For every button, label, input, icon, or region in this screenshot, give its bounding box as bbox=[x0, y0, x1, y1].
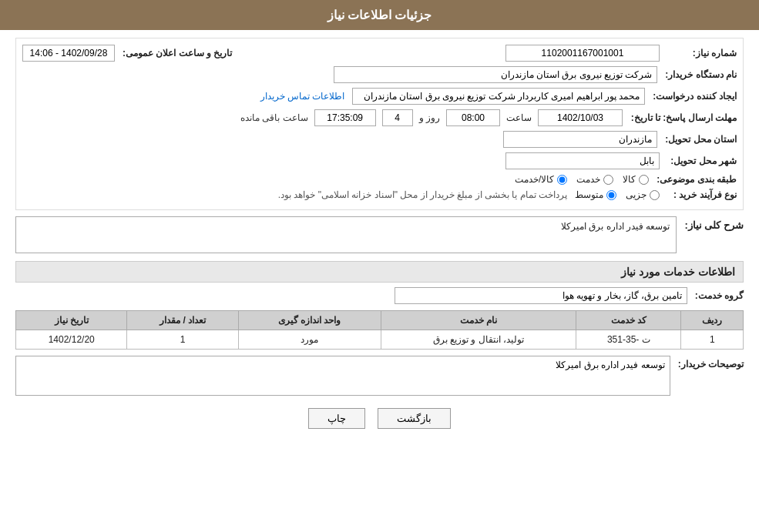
creator-label: ایجاد کننده درخواست: bbox=[653, 91, 737, 102]
deadline-time-input[interactable] bbox=[446, 109, 500, 126]
category-radio-kala[interactable] bbox=[639, 175, 649, 185]
city-label: شهر محل تحویل: bbox=[667, 156, 737, 166]
category-option-kala[interactable]: کالا bbox=[623, 174, 649, 185]
deadline-date-input[interactable] bbox=[538, 109, 623, 126]
category-option-khedmat[interactable]: خدمت bbox=[576, 174, 613, 185]
col-unit: واحد اندازه گیری bbox=[238, 311, 381, 330]
province-label: استان محل تحویل: bbox=[665, 134, 737, 145]
category-label: طبقه بندی موضوعی: bbox=[657, 174, 737, 185]
page-title: جزئیات اطلاعات نیاز bbox=[327, 8, 432, 22]
buyer-notes-textarea[interactable] bbox=[15, 356, 670, 396]
province-input[interactable] bbox=[503, 131, 657, 148]
announce-datetime-input[interactable] bbox=[22, 45, 115, 62]
category-radio-khedmat[interactable] bbox=[603, 175, 613, 185]
buyer-notes-label: توصیحات خریدار: bbox=[678, 356, 744, 370]
creator-input[interactable] bbox=[352, 88, 645, 105]
process-radio-partial[interactable] bbox=[650, 190, 660, 200]
process-radio-medium[interactable] bbox=[606, 190, 616, 200]
buyer-org-input[interactable] bbox=[334, 66, 657, 83]
col-name: نام خدمت bbox=[381, 311, 576, 330]
need-description-value: توسعه فیدر اداره برق امیرکلا bbox=[15, 216, 677, 253]
print-button[interactable]: چاپ bbox=[308, 408, 365, 429]
deadline-clock-input[interactable] bbox=[314, 109, 376, 126]
category-radio-group: کالا خدمت کالا/خدمت bbox=[515, 174, 649, 185]
need-description-label: شرح کلی نیاز: bbox=[684, 216, 744, 231]
col-qty: تعداد / مقدار bbox=[127, 311, 238, 330]
deadline-time-label: ساعت bbox=[506, 112, 532, 123]
back-button[interactable]: بازگشت bbox=[378, 408, 451, 429]
deadline-label: مهلت ارسال پاسخ: تا تاریخ: bbox=[629, 112, 737, 123]
service-group-label: گروه خدمت: bbox=[695, 290, 744, 301]
service-group-input[interactable] bbox=[395, 287, 687, 304]
category-radio-kala-khedmat[interactable] bbox=[557, 175, 567, 185]
process-label: نوع فرآیند خرید : bbox=[667, 189, 737, 200]
deadline-days-input[interactable] bbox=[382, 109, 413, 126]
col-code: کد خدمت bbox=[576, 311, 681, 330]
col-row: ردیف bbox=[681, 311, 744, 330]
deadline-days-label: روز و bbox=[419, 112, 440, 123]
col-date: تاریخ نیاز bbox=[16, 311, 127, 330]
category-option-kala-khedmat[interactable]: کالا/خدمت bbox=[515, 174, 567, 185]
table-row: 1ت -35-351تولید، انتقال و توزیع برقمورد1… bbox=[16, 330, 744, 350]
footer-buttons: بازگشت چاپ bbox=[15, 408, 744, 429]
services-section-title: اطلاعات خدمات مورد نیاز bbox=[15, 261, 744, 283]
announce-datetime-label: تاریخ و ساعت اعلان عمومی: bbox=[123, 48, 232, 59]
contact-link[interactable]: اطلاعات تماس خریدار bbox=[260, 91, 345, 102]
process-note: پرداخت تمام یا بخشی از مبلغ خریدار از مح… bbox=[278, 189, 567, 200]
need-number-input[interactable] bbox=[505, 45, 660, 62]
page-header: جزئیات اطلاعات نیاز bbox=[0, 0, 759, 30]
city-input[interactable] bbox=[505, 152, 660, 169]
need-number-label: شماره نیاز: bbox=[667, 48, 737, 59]
deadline-remaining-label: ساعت باقی مانده bbox=[240, 112, 308, 123]
process-option-medium[interactable]: متوسط bbox=[575, 189, 616, 200]
process-option-partial[interactable]: جزیی bbox=[626, 189, 660, 200]
process-radio-group: جزیی متوسط bbox=[575, 189, 660, 200]
buyer-org-label: نام دستگاه خریدار: bbox=[665, 69, 737, 80]
services-table: ردیف کد خدمت نام خدمت واحد اندازه گیری ت… bbox=[15, 310, 744, 350]
